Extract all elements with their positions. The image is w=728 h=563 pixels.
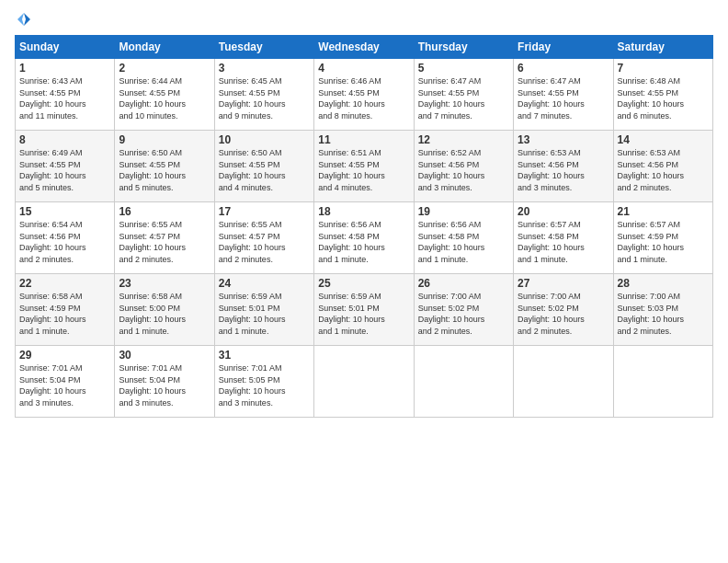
day-number: 11 <box>318 133 409 146</box>
day-number: 30 <box>119 349 210 362</box>
day-info: Sunrise: 6:59 AM Sunset: 5:01 PM Dayligh… <box>318 291 409 337</box>
day-info: Sunrise: 6:55 AM Sunset: 4:57 PM Dayligh… <box>119 219 210 265</box>
day-number: 19 <box>418 205 509 218</box>
calendar-header-friday: Friday <box>514 36 613 59</box>
calendar-header-monday: Monday <box>115 36 214 59</box>
day-number: 23 <box>119 277 210 290</box>
day-number: 7 <box>618 62 709 75</box>
day-info: Sunrise: 6:45 AM Sunset: 4:55 PM Dayligh… <box>219 75 310 121</box>
calendar-header-saturday: Saturday <box>613 36 712 59</box>
day-number: 17 <box>219 205 310 218</box>
day-info: Sunrise: 6:47 AM Sunset: 4:55 PM Dayligh… <box>518 75 609 121</box>
calendar-header-tuesday: Tuesday <box>214 36 313 59</box>
day-number: 5 <box>418 62 509 75</box>
calendar-day-cell: 25Sunrise: 6:59 AM Sunset: 5:01 PM Dayli… <box>314 274 414 346</box>
calendar-week-row: 8Sunrise: 6:49 AM Sunset: 4:55 PM Daylig… <box>16 131 713 202</box>
calendar-day-cell: 10Sunrise: 6:50 AM Sunset: 4:55 PM Dayli… <box>214 131 313 202</box>
day-number: 13 <box>518 133 609 146</box>
calendar-day-cell: 7Sunrise: 6:48 AM Sunset: 4:55 PM Daylig… <box>613 59 712 131</box>
day-number: 28 <box>618 277 709 290</box>
page-header <box>15 11 713 28</box>
day-info: Sunrise: 7:01 AM Sunset: 5:05 PM Dayligh… <box>219 362 310 408</box>
day-number: 9 <box>119 133 210 146</box>
calendar-day-cell: 26Sunrise: 7:00 AM Sunset: 5:02 PM Dayli… <box>414 274 513 346</box>
calendar-day-cell: 1Sunrise: 6:43 AM Sunset: 4:55 PM Daylig… <box>16 59 115 131</box>
day-info: Sunrise: 6:46 AM Sunset: 4:55 PM Dayligh… <box>318 75 409 121</box>
calendar-table: SundayMondayTuesdayWednesdayThursdayFrid… <box>15 35 713 418</box>
calendar-day-cell: 3Sunrise: 6:45 AM Sunset: 4:55 PM Daylig… <box>214 59 313 131</box>
calendar-day-cell: 29Sunrise: 7:01 AM Sunset: 5:04 PM Dayli… <box>16 346 115 418</box>
calendar-week-row: 1Sunrise: 6:43 AM Sunset: 4:55 PM Daylig… <box>16 59 713 131</box>
calendar-day-cell: 13Sunrise: 6:53 AM Sunset: 4:56 PM Dayli… <box>514 131 613 202</box>
calendar-day-cell: 16Sunrise: 6:55 AM Sunset: 4:57 PM Dayli… <box>115 202 214 274</box>
day-number: 29 <box>19 349 110 362</box>
calendar-day-cell <box>314 346 414 418</box>
day-info: Sunrise: 7:01 AM Sunset: 5:04 PM Dayligh… <box>19 362 110 408</box>
calendar-day-cell: 14Sunrise: 6:53 AM Sunset: 4:56 PM Dayli… <box>613 131 712 202</box>
day-number: 18 <box>318 205 409 218</box>
day-info: Sunrise: 6:57 AM Sunset: 4:59 PM Dayligh… <box>618 219 709 265</box>
day-number: 21 <box>618 205 709 218</box>
day-info: Sunrise: 6:47 AM Sunset: 4:55 PM Dayligh… <box>418 75 509 121</box>
logo-icon <box>16 11 32 28</box>
calendar-day-cell: 8Sunrise: 6:49 AM Sunset: 4:55 PM Daylig… <box>16 131 115 202</box>
calendar-header-row: SundayMondayTuesdayWednesdayThursdayFrid… <box>16 36 713 59</box>
day-info: Sunrise: 6:53 AM Sunset: 4:56 PM Dayligh… <box>618 147 709 193</box>
day-info: Sunrise: 6:50 AM Sunset: 4:55 PM Dayligh… <box>119 147 210 193</box>
calendar-day-cell: 20Sunrise: 6:57 AM Sunset: 4:58 PM Dayli… <box>514 202 613 274</box>
calendar-day-cell: 12Sunrise: 6:52 AM Sunset: 4:56 PM Dayli… <box>414 131 513 202</box>
day-info: Sunrise: 6:49 AM Sunset: 4:55 PM Dayligh… <box>19 147 110 193</box>
day-number: 15 <box>19 205 110 218</box>
calendar-day-cell: 27Sunrise: 7:00 AM Sunset: 5:02 PM Dayli… <box>514 274 613 346</box>
day-number: 2 <box>119 62 210 75</box>
calendar-day-cell: 17Sunrise: 6:55 AM Sunset: 4:57 PM Dayli… <box>214 202 313 274</box>
day-number: 4 <box>318 62 409 75</box>
day-info: Sunrise: 6:57 AM Sunset: 4:58 PM Dayligh… <box>518 219 609 265</box>
day-info: Sunrise: 7:00 AM Sunset: 5:03 PM Dayligh… <box>618 291 709 337</box>
day-number: 10 <box>219 133 310 146</box>
calendar-day-cell: 6Sunrise: 6:47 AM Sunset: 4:55 PM Daylig… <box>514 59 613 131</box>
day-info: Sunrise: 6:51 AM Sunset: 4:55 PM Dayligh… <box>318 147 409 193</box>
calendar-body: 1Sunrise: 6:43 AM Sunset: 4:55 PM Daylig… <box>16 59 713 418</box>
logo-text <box>15 11 33 28</box>
day-info: Sunrise: 6:58 AM Sunset: 5:00 PM Dayligh… <box>119 291 210 337</box>
day-info: Sunrise: 6:52 AM Sunset: 4:56 PM Dayligh… <box>418 147 509 193</box>
day-info: Sunrise: 6:59 AM Sunset: 5:01 PM Dayligh… <box>219 291 310 337</box>
svg-marker-0 <box>24 13 30 26</box>
day-number: 16 <box>119 205 210 218</box>
calendar-day-cell: 11Sunrise: 6:51 AM Sunset: 4:55 PM Dayli… <box>314 131 414 202</box>
day-number: 20 <box>518 205 609 218</box>
calendar-header-sunday: Sunday <box>16 36 115 59</box>
calendar-day-cell: 15Sunrise: 6:54 AM Sunset: 4:56 PM Dayli… <box>16 202 115 274</box>
day-info: Sunrise: 6:48 AM Sunset: 4:55 PM Dayligh… <box>618 75 709 121</box>
calendar-day-cell: 24Sunrise: 6:59 AM Sunset: 5:01 PM Dayli… <box>214 274 313 346</box>
day-info: Sunrise: 6:55 AM Sunset: 4:57 PM Dayligh… <box>219 219 310 265</box>
calendar-day-cell: 9Sunrise: 6:50 AM Sunset: 4:55 PM Daylig… <box>115 131 214 202</box>
day-info: Sunrise: 7:00 AM Sunset: 5:02 PM Dayligh… <box>518 291 609 337</box>
day-info: Sunrise: 6:43 AM Sunset: 4:55 PM Dayligh… <box>19 75 110 121</box>
day-info: Sunrise: 7:00 AM Sunset: 5:02 PM Dayligh… <box>418 291 509 337</box>
calendar-day-cell: 18Sunrise: 6:56 AM Sunset: 4:58 PM Dayli… <box>314 202 414 274</box>
calendar-week-row: 15Sunrise: 6:54 AM Sunset: 4:56 PM Dayli… <box>16 202 713 274</box>
calendar-week-row: 29Sunrise: 7:01 AM Sunset: 5:04 PM Dayli… <box>16 346 713 418</box>
day-number: 26 <box>418 277 509 290</box>
day-number: 12 <box>418 133 509 146</box>
calendar-day-cell: 30Sunrise: 7:01 AM Sunset: 5:04 PM Dayli… <box>115 346 214 418</box>
day-number: 27 <box>518 277 609 290</box>
calendar-day-cell: 21Sunrise: 6:57 AM Sunset: 4:59 PM Dayli… <box>613 202 712 274</box>
calendar-day-cell: 22Sunrise: 6:58 AM Sunset: 4:59 PM Dayli… <box>16 274 115 346</box>
calendar-day-cell: 19Sunrise: 6:56 AM Sunset: 4:58 PM Dayli… <box>414 202 513 274</box>
day-number: 3 <box>219 62 310 75</box>
day-info: Sunrise: 7:01 AM Sunset: 5:04 PM Dayligh… <box>119 362 210 408</box>
logo <box>15 11 33 28</box>
calendar-day-cell: 2Sunrise: 6:44 AM Sunset: 4:55 PM Daylig… <box>115 59 214 131</box>
day-number: 25 <box>318 277 409 290</box>
day-info: Sunrise: 6:44 AM Sunset: 4:55 PM Dayligh… <box>119 75 210 121</box>
calendar-day-cell <box>414 346 513 418</box>
calendar-day-cell <box>514 346 613 418</box>
day-number: 6 <box>518 62 609 75</box>
calendar-day-cell: 23Sunrise: 6:58 AM Sunset: 5:00 PM Dayli… <box>115 274 214 346</box>
day-number: 22 <box>19 277 110 290</box>
svg-marker-1 <box>17 13 24 26</box>
day-number: 1 <box>19 62 110 75</box>
